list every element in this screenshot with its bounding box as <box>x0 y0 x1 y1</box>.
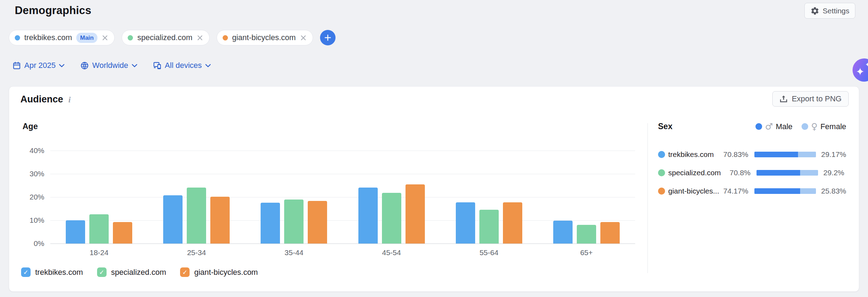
female-icon: ♀ <box>811 122 817 131</box>
globe-icon <box>80 61 89 70</box>
x-axis-label: 25-34 <box>148 248 245 257</box>
devices-filter-label: All devices <box>165 61 202 70</box>
female-bar-segment <box>800 170 818 176</box>
x-axis-label: 65+ <box>538 248 635 257</box>
age-bar-trekbikes.com-65+ <box>553 221 573 244</box>
age-bar-specialized.com-65+ <box>577 225 596 244</box>
female-percent-value: 29.2% <box>823 169 844 177</box>
chip-specialized[interactable]: specialized.com <box>122 30 210 45</box>
chip-label: giant-bicycles.com <box>232 33 296 42</box>
age-bar-trekbikes.com-25-34 <box>163 195 183 244</box>
sex-ratio-bar <box>754 188 816 194</box>
domain-chips: trekbikes.com Main specialized.com giant… <box>9 30 336 45</box>
y-tick-label: 20% <box>30 193 44 201</box>
female-percent-value: 29.17% <box>821 150 846 159</box>
devices-icon <box>153 61 162 70</box>
add-competitor-button[interactable] <box>320 30 336 45</box>
age-bar-giant-bicycles.com-55-64 <box>503 202 522 244</box>
close-icon[interactable] <box>300 34 307 41</box>
age-group-35-44 <box>245 151 343 244</box>
age-chart-plot: 40% 30% 20% 10% 0% <box>50 151 635 244</box>
chip-label: trekbikes.com <box>24 33 72 42</box>
calendar-icon <box>12 61 21 70</box>
audience-title: Audience <box>20 94 63 105</box>
age-group-18-24 <box>50 151 148 244</box>
filter-bar: Apr 2025 Worldwide All devices <box>12 61 211 70</box>
age-bar-specialized.com-18-24 <box>89 214 109 244</box>
chip-trekbikes[interactable]: trekbikes.com Main <box>9 30 115 45</box>
x-axis-label: 45-54 <box>343 248 440 257</box>
age-x-axis-labels: 18-2425-3435-4445-5455-6465+ <box>50 248 635 257</box>
x-axis-label: 55-64 <box>440 248 538 257</box>
chevron-down-icon <box>59 64 65 68</box>
devices-filter-dropdown[interactable]: All devices <box>153 61 211 70</box>
female-label: Female <box>821 122 846 131</box>
chevron-down-icon <box>205 64 211 68</box>
legend-label: specialized.com <box>111 268 166 277</box>
sex-ratio-bar <box>754 152 816 157</box>
settings-label: Settings <box>823 7 849 15</box>
age-bar-trekbikes.com-55-64 <box>456 202 475 244</box>
legend-item-giant-bicycles[interactable]: giant-bicycles.com <box>180 267 258 277</box>
female-bar-segment <box>798 152 816 157</box>
x-axis-label: 35-44 <box>245 248 343 257</box>
sex-ratio-bar <box>757 170 818 176</box>
age-bar-trekbikes.com-18-24 <box>66 220 85 244</box>
plus-icon <box>324 34 332 42</box>
legend-label: giant-bicycles.com <box>194 268 258 277</box>
chip-giant-bicycles[interactable]: giant-bicycles.com <box>217 30 313 45</box>
x-axis-label: 18-24 <box>50 248 148 257</box>
checkbox-checked-icon[interactable] <box>97 267 107 277</box>
legend-item-trekbikes[interactable]: trekbikes.com <box>21 267 83 277</box>
region-filter-dropdown[interactable]: Worldwide <box>80 61 137 70</box>
legend-item-specialized[interactable]: specialized.com <box>97 267 166 277</box>
chevron-down-icon <box>132 64 138 68</box>
age-chart-legend: trekbikes.com specialized.com giant-bicy… <box>21 267 258 277</box>
export-to-png-button[interactable]: Export to PNG <box>772 91 849 107</box>
ai-assistant-button[interactable]: ✦ ✦ <box>853 58 868 82</box>
age-section-title: Age <box>23 122 38 131</box>
checkbox-checked-icon[interactable] <box>21 267 31 277</box>
age-bar-trekbikes.com-35-44 <box>261 203 280 244</box>
sex-section: Sex ♂ Male ♀ Female trekbikes.com 70.83% <box>658 122 846 200</box>
sex-row-specialized: specialized.com 70.8% 29.2% <box>658 164 846 182</box>
page-title: Demographics <box>15 4 91 17</box>
main-badge: Main <box>76 33 98 43</box>
female-percent-value: 25.83% <box>821 187 846 195</box>
age-bar-giant-bicycles.com-35-44 <box>308 201 327 244</box>
legend-label: trekbikes.com <box>35 268 83 277</box>
info-icon[interactable]: i <box>69 95 71 105</box>
domain-color-dot <box>658 188 665 195</box>
age-bar-specialized.com-45-54 <box>382 193 401 244</box>
sex-legend-female: ♀ Female <box>802 122 846 131</box>
close-icon[interactable] <box>197 34 203 41</box>
age-bar-trekbikes.com-45-54 <box>358 188 378 244</box>
settings-button[interactable]: Settings <box>804 3 855 19</box>
age-bar-groups <box>50 151 635 244</box>
male-color-dot <box>755 123 762 130</box>
male-bar-segment <box>754 188 800 194</box>
gear-icon <box>810 6 819 15</box>
close-icon[interactable] <box>102 34 108 41</box>
region-filter-label: Worldwide <box>92 61 128 70</box>
age-group-55-64 <box>440 151 538 244</box>
sex-rows: trekbikes.com 70.83% 29.17% specialized.… <box>658 145 846 200</box>
age-bar-giant-bicycles.com-45-54 <box>406 184 425 244</box>
age-bar-specialized.com-25-34 <box>187 188 206 244</box>
checkbox-checked-icon[interactable] <box>180 267 190 277</box>
export-label: Export to PNG <box>792 94 842 103</box>
sex-legend-male: ♂ Male <box>755 122 792 131</box>
sex-row-trekbikes: trekbikes.com 70.83% 29.17% <box>658 145 846 164</box>
date-filter-dropdown[interactable]: Apr 2025 <box>12 61 65 70</box>
age-bar-giant-bicycles.com-18-24 <box>113 222 132 244</box>
date-filter-label: Apr 2025 <box>24 61 56 70</box>
chip-dot <box>223 35 228 40</box>
female-bar-segment <box>800 188 816 194</box>
sex-legend: ♂ Male ♀ Female <box>755 122 846 131</box>
age-group-25-34 <box>148 151 245 244</box>
x-axis-line: 0% <box>50 244 635 244</box>
age-bar-giant-bicycles.com-65+ <box>600 222 620 244</box>
age-bar-specialized.com-35-44 <box>284 200 304 244</box>
sparkle-icon: ✦ <box>865 62 868 68</box>
age-bar-specialized.com-55-64 <box>479 210 499 244</box>
